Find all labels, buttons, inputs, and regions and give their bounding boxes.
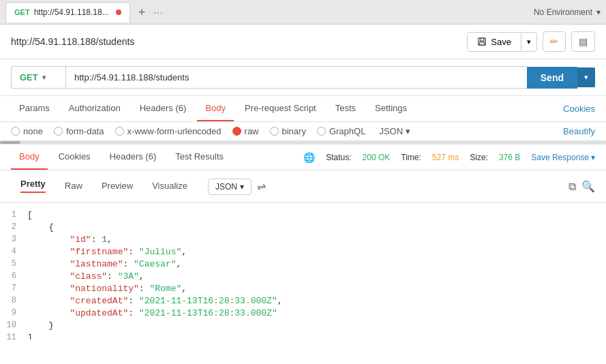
- url-actions: Save ▾ ✏ ▤: [467, 31, 595, 52]
- response-format-bar: Pretty Raw Preview Visualize JSON ▾ ⇌ ⧉ …: [0, 170, 606, 203]
- globe-icon: 🌐: [303, 152, 315, 163]
- code-line-3: 3 "id": 1,: [0, 233, 606, 245]
- environment-chevron: ▾: [596, 7, 601, 17]
- send-button-group: Send ▾: [527, 67, 595, 89]
- svg-rect-2: [480, 42, 485, 45]
- save-response-button[interactable]: Save Response ▾: [531, 153, 595, 162]
- size-label: Size:: [470, 153, 488, 162]
- option-form-data[interactable]: form-data: [54, 126, 104, 136]
- response-json-selector[interactable]: JSON ▾: [208, 179, 252, 195]
- code-line-8: 8 "createdAt": "2021-11-13T16:28:33.000Z…: [0, 294, 606, 307]
- code-line-2: 2 {: [0, 221, 606, 233]
- method-label: GET: [20, 72, 38, 82]
- save-button-group[interactable]: Save ▾: [467, 32, 537, 52]
- time-label: Time:: [401, 153, 421, 162]
- app-container: GET http://54.91.118.18... + ··· No Envi…: [0, 0, 606, 364]
- code-line-9: 9 "updatedAt": "2021-11-13T16:28:33.000Z…: [0, 307, 606, 319]
- resp-tab-cookies[interactable]: Cookies: [50, 145, 99, 170]
- tab-pre-request-script[interactable]: Pre-request Script: [237, 96, 324, 121]
- time-value: 527 ms: [432, 153, 459, 162]
- active-tab[interactable]: GET http://54.91.118.18...: [5, 2, 130, 22]
- body-options-bar: none form-data x-www-form-urlencoded raw…: [0, 122, 606, 141]
- tab-bar: GET http://54.91.118.18... + ··· No Envi…: [0, 0, 606, 25]
- save-dropdown-button[interactable]: ▾: [521, 33, 536, 50]
- edit-button[interactable]: ✏: [543, 31, 566, 52]
- option-raw[interactable]: raw: [232, 126, 259, 136]
- environment-selector[interactable]: No Environment ▾: [534, 7, 601, 17]
- search-icon[interactable]: 🔍: [581, 180, 595, 193]
- option-graphql[interactable]: GraphQL: [317, 126, 365, 136]
- environment-label: No Environment: [534, 7, 592, 17]
- comment-button[interactable]: ▤: [571, 31, 595, 52]
- code-line-6: 6 "class": "3A",: [0, 270, 606, 282]
- option-none[interactable]: none: [11, 126, 43, 136]
- format-tab-raw[interactable]: Raw: [55, 177, 92, 196]
- code-line-7: 7 "nationality": "Rome",: [0, 282, 606, 294]
- resp-tab-test-results[interactable]: Test Results: [167, 145, 232, 170]
- size-value: 376 B: [499, 153, 520, 162]
- request-tabs: Params Authorization Headers (6) Body Pr…: [0, 96, 606, 122]
- filter-icon[interactable]: ⇌: [257, 180, 266, 193]
- code-line-4: 4 "firstname": "Julius",: [0, 245, 606, 258]
- code-line-10: 10 }: [0, 319, 606, 331]
- tab-tests[interactable]: Tests: [327, 96, 364, 121]
- radio-urlencoded: [115, 127, 124, 136]
- tab-settings[interactable]: Settings: [367, 96, 415, 121]
- resp-json-label: JSON: [215, 182, 237, 192]
- cookies-link[interactable]: Cookies: [563, 97, 595, 121]
- code-line-5: 5 "lastname": "Caesar",: [0, 258, 606, 270]
- url-input[interactable]: [65, 66, 527, 89]
- response-code-area[interactable]: 1 [ 2 { 3 "id": 1, 4 "firstname": "Juliu…: [0, 203, 606, 339]
- svg-rect-1: [481, 38, 484, 41]
- save-button[interactable]: Save: [468, 33, 521, 51]
- tab-url: http://54.91.118.18...: [34, 7, 109, 17]
- tab-authorization[interactable]: Authorization: [61, 96, 129, 121]
- new-tab-button[interactable]: +: [133, 2, 151, 22]
- tab-headers[interactable]: Headers (6): [132, 96, 195, 121]
- status-value: 200 OK: [363, 153, 391, 162]
- request-title: http://54.91.118.188/students: [11, 36, 134, 47]
- code-line-1: 1 [: [0, 209, 606, 221]
- tab-body[interactable]: Body: [197, 96, 234, 121]
- format-tab-visualize[interactable]: Visualize: [142, 177, 197, 196]
- response-panel: Body Cookies Headers (6) Test Results 🌐 …: [0, 144, 606, 364]
- tab-params[interactable]: Params: [11, 96, 58, 121]
- tab-more-button[interactable]: ···: [153, 7, 164, 18]
- radio-binary: [270, 127, 279, 136]
- code-line-11: 11 ]: [0, 331, 606, 339]
- radio-form-data: [54, 127, 63, 136]
- option-urlencoded[interactable]: x-www-form-urlencoded: [115, 126, 222, 136]
- format-tab-pretty[interactable]: Pretty: [11, 175, 55, 198]
- json-type-selector[interactable]: JSON ▾: [379, 126, 410, 136]
- resp-json-chevron: ▾: [240, 182, 244, 192]
- resp-tab-body[interactable]: Body: [11, 145, 48, 170]
- option-binary[interactable]: binary: [270, 126, 306, 136]
- send-button[interactable]: Send: [527, 67, 577, 89]
- json-chevron: ▾: [406, 126, 410, 136]
- beautify-button[interactable]: Beautify: [563, 126, 595, 136]
- format-tab-preview[interactable]: Preview: [92, 177, 142, 196]
- copy-icon[interactable]: ⧉: [569, 181, 576, 193]
- json-label: JSON: [379, 126, 403, 136]
- radio-graphql: [317, 127, 326, 136]
- tab-close-dot: [116, 10, 121, 15]
- status-label: Status:: [326, 153, 351, 162]
- radio-none: [11, 127, 20, 136]
- radio-raw: [232, 127, 241, 136]
- send-dropdown-button[interactable]: ▾: [577, 67, 595, 87]
- response-tabs-bar: Body Cookies Headers (6) Test Results 🌐 …: [0, 145, 606, 170]
- save-icon: [477, 37, 487, 46]
- request-bar: GET ▾ Send ▾: [0, 59, 606, 96]
- tab-method: GET: [14, 8, 30, 16]
- method-chevron-icon: ▾: [42, 74, 46, 81]
- response-status-bar: 🌐 Status: 200 OK Time: 527 ms Size: 376 …: [303, 152, 595, 163]
- url-title-bar: http://54.91.118.188/students Save ▾ ✏ ▤: [0, 25, 606, 59]
- resp-tab-headers[interactable]: Headers (6): [102, 145, 165, 170]
- method-selector[interactable]: GET ▾: [11, 66, 65, 89]
